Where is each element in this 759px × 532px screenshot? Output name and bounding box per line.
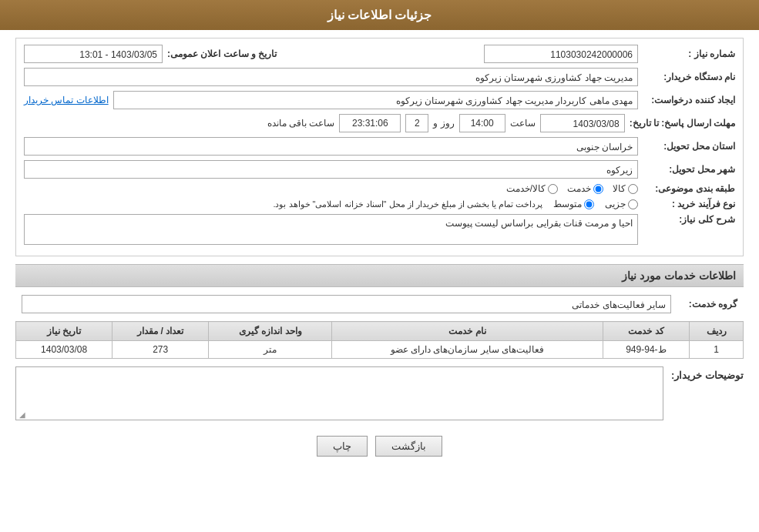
category-label-khedmat: خدمت xyxy=(567,183,591,194)
send-remaining-label: ساعت باقی مانده xyxy=(267,118,335,129)
need-desc-row: شرح کلی نیاز: احیا و مرمت قنات بقرایی بر… xyxy=(24,214,735,245)
page-header: جزئیات اطلاعات نیاز xyxy=(0,0,759,30)
category-radio-khedmat[interactable] xyxy=(593,184,603,194)
buyer-org-row: نام دستگاه خریدار: مدیریت جهاد کشاورزی ش… xyxy=(24,68,735,86)
purchase-label-motavaset: متوسط xyxy=(553,199,582,209)
need-number-value: 1103030242000006 xyxy=(484,45,638,63)
announce-date-value: 1403/03/05 - 13:01 xyxy=(24,45,163,63)
cell-quantity: 273 xyxy=(113,341,209,359)
cell-date: 1403/03/08 xyxy=(16,341,113,359)
purchase-radio-jozii[interactable] xyxy=(628,199,638,209)
send-deadline-row: مهلت ارسال پاسخ: تا تاریخ: 1403/03/08 سا… xyxy=(24,114,735,132)
group-value: سایر فعالیت‌های خدماتی xyxy=(22,295,671,313)
creator-value: مهدی ماهی کاربردار مدیریت جهاد کشاورزی ش… xyxy=(113,91,638,109)
services-title-text: اطلاعات خدمات مورد نیاز xyxy=(622,269,736,282)
send-deadline-label: مهلت ارسال پاسخ: تا تاریخ: xyxy=(630,118,735,129)
category-radio-group: کالا خدمت کالا/خدمت xyxy=(506,183,638,194)
city-label: شهر محل تحویل: xyxy=(643,164,735,175)
col-service-code: کد خدمت xyxy=(603,322,690,341)
buyer-notes-box: ◢ xyxy=(15,366,663,420)
send-time-value: 14:00 xyxy=(459,114,505,132)
need-number-label: شماره نیاز : xyxy=(643,49,735,59)
category-label-kala-khedmat: کالا/خدمت xyxy=(506,183,546,194)
purchase-type-row: نوع فرآیند خرید : جزیی متوسط پرداخت تمام… xyxy=(24,199,735,209)
province-value: خراسان جنوبی xyxy=(24,137,638,156)
back-button[interactable]: بازگشت xyxy=(375,436,442,457)
category-radio-kala[interactable] xyxy=(628,184,638,194)
purchase-label-jozii: جزیی xyxy=(605,199,626,209)
purchase-type-label: نوع فرآیند خرید : xyxy=(643,199,735,209)
resize-handle: ◢ xyxy=(18,410,25,418)
category-option-khedmat: خدمت xyxy=(567,183,603,194)
category-label-kala: کالا xyxy=(613,183,626,194)
services-section-title: اطلاعات خدمات مورد نیاز xyxy=(15,264,744,287)
purchase-motavaset: متوسط xyxy=(553,199,594,209)
print-button[interactable]: چاپ xyxy=(317,436,368,457)
cell-unit: متر xyxy=(209,341,332,359)
city-value: زیرکوه xyxy=(24,160,638,179)
send-days-value: 2 xyxy=(405,114,428,132)
main-info-section: شماره نیاز : 1103030242000006 تاریخ و سا… xyxy=(15,38,744,256)
col-row-num: ردیف xyxy=(690,322,744,341)
need-desc-label: شرح کلی نیاز: xyxy=(643,214,735,225)
buyer-notes-label: توضیحات خریدار: xyxy=(671,366,744,381)
province-row: استان محل تحویل: خراسان جنوبی xyxy=(24,137,735,156)
cell-service-name: فعالیت‌های سایر سازمان‌های دارای عضو xyxy=(332,341,603,359)
services-table-container: ردیف کد خدمت نام خدمت واحد اندازه گیری ت… xyxy=(15,321,744,359)
purchase-jozii: جزیی xyxy=(605,199,638,209)
buyer-org-label: نام دستگاه خریدار: xyxy=(643,72,735,82)
category-label: طبقه بندی موضوعی: xyxy=(643,183,735,194)
services-table: ردیف کد خدمت نام خدمت واحد اندازه گیری ت… xyxy=(15,321,744,359)
creator-row: ایجاد کننده درخواست: مهدی ماهی کاربردار … xyxy=(24,91,735,109)
creator-contact-link[interactable]: اطلاعات تماس خریدار xyxy=(24,95,109,105)
category-row: طبقه بندی موضوعی: کالا خدمت xyxy=(24,183,735,194)
need-desc-value: احیا و مرمت قنات بقرایی براساس لیست پیوس… xyxy=(24,214,638,245)
need-number-row: شماره نیاز : 1103030242000006 تاریخ و سا… xyxy=(24,45,735,63)
category-radio-kala-khedmat[interactable] xyxy=(548,184,558,194)
send-date-value: 1403/03/08 xyxy=(540,114,625,132)
creator-label: ایجاد کننده درخواست: xyxy=(643,95,735,105)
col-unit: واحد اندازه گیری xyxy=(209,322,332,341)
col-quantity: تعداد / مقدار xyxy=(113,322,209,341)
send-remaining-value: 23:31:06 xyxy=(339,114,401,132)
button-bar: بازگشت چاپ xyxy=(15,428,744,464)
cell-service-code: ط-94-949 xyxy=(603,341,690,359)
cell-row-num: 1 xyxy=(690,341,744,359)
city-row: شهر محل تحویل: زیرکوه xyxy=(24,160,735,179)
send-time-label: ساعت xyxy=(510,118,536,129)
purchase-type-note: پرداخت تمام یا بخشی از مبلغ خریدار از مح… xyxy=(273,199,542,209)
category-option-kala: کالا xyxy=(613,183,638,194)
province-label: استان محل تحویل: xyxy=(643,141,735,152)
purchase-radio-motavaset[interactable] xyxy=(584,199,594,209)
group-label: گروه خدمت: xyxy=(676,299,737,309)
col-date: تاریخ نیاز xyxy=(16,322,113,341)
table-row: 1 ط-94-949 فعالیت‌های سایر سازمان‌های دا… xyxy=(16,341,744,359)
announce-date-label: تاریخ و ساعت اعلان عمومی: xyxy=(167,49,277,59)
col-service-name: نام خدمت xyxy=(332,322,603,341)
category-option-kala-khedmat: کالا/خدمت xyxy=(506,183,558,194)
group-service-row: گروه خدمت: سایر فعالیت‌های خدماتی xyxy=(15,292,744,316)
page-title: جزئیات اطلاعات نیاز xyxy=(327,8,432,22)
buyer-org-value: مدیریت جهاد کشاورزی شهرستان زیرکوه xyxy=(24,68,638,86)
send-days-label: روز و xyxy=(433,118,454,129)
purchase-type-options: جزیی متوسط پرداخت تمام یا بخشی از مبلغ خ… xyxy=(24,199,638,209)
buyer-notes-section: توضیحات خریدار: ◢ xyxy=(15,366,744,420)
